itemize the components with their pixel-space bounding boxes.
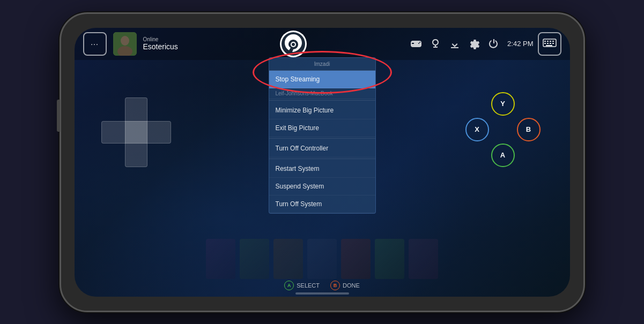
menu-item-exit[interactable]: Exit Big Picture	[269, 119, 375, 137]
svg-rect-16	[546, 45, 552, 46]
menu-item-suspend-system[interactable]: Suspend System	[269, 178, 375, 195]
svg-rect-14	[550, 43, 551, 44]
svg-rect-10	[550, 41, 551, 42]
done-action: B DONE	[330, 281, 360, 290]
svg-rect-12	[544, 43, 546, 44]
top-bar-right: 2:42 PM	[409, 32, 561, 56]
top-bar-center	[279, 30, 307, 58]
menu-header: Imzadi	[269, 58, 375, 71]
svg-rect-8	[544, 41, 546, 42]
top-bar-left: ··· Online Esotericus	[83, 32, 178, 56]
button-b[interactable]: B	[517, 118, 541, 141]
menu-item-device-name: Leif-Johnsons-MacBook	[269, 88, 375, 99]
button-a[interactable]: A	[491, 144, 515, 167]
dpad-center	[125, 121, 147, 144]
select-label: SELECT	[297, 282, 320, 289]
menu-item-turn-off-controller[interactable]: Turn Off Controller	[269, 140, 375, 157]
dpad[interactable]	[101, 97, 171, 167]
steam-logo	[279, 30, 307, 58]
b-button-indicator: B	[330, 281, 340, 290]
trophy-icon	[428, 36, 443, 51]
menu-divider-2	[269, 138, 375, 139]
user-name: Esotericus	[143, 42, 178, 51]
download-icon	[447, 36, 462, 51]
settings-icon	[467, 36, 482, 51]
menu-item-restart-system[interactable]: Restart System	[269, 160, 375, 178]
time-display: 2:42 PM	[507, 40, 533, 48]
controller-icon	[409, 36, 424, 51]
done-label: DONE	[343, 282, 360, 289]
svg-rect-15	[552, 43, 554, 44]
power-icon	[486, 36, 501, 51]
menu-divider-3	[269, 159, 375, 159]
steam-menu-overlay: Imzadi Stop Streaming Leif-Johnsons-MacB…	[269, 57, 376, 214]
phone-screen: ··· Online Esotericus	[75, 28, 570, 297]
game-library-background	[75, 238, 570, 281]
user-status: Online	[143, 36, 178, 42]
keyboard-button[interactable]	[538, 32, 561, 56]
svg-rect-11	[552, 41, 554, 42]
menu-item-turn-off-system[interactable]: Turn Off System	[269, 195, 375, 213]
phone-frame: ··· Online Esotericus	[60, 12, 585, 312]
select-action: A SELECT	[284, 281, 320, 290]
menu-button[interactable]: ···	[83, 32, 107, 56]
menu-divider-1	[269, 100, 375, 101]
menu-item-stop-streaming[interactable]: Stop Streaming	[269, 71, 375, 88]
svg-point-1	[121, 36, 129, 46]
menu-item-minimize[interactable]: Minimize Big Picture	[269, 102, 375, 119]
svg-rect-9	[547, 41, 549, 42]
home-indicator	[295, 292, 349, 295]
button-x[interactable]: X	[465, 118, 489, 141]
bottom-action-bar: A SELECT B DONE	[75, 281, 570, 290]
top-bar: ··· Online Esotericus	[75, 28, 570, 60]
user-info: Online Esotericus	[143, 36, 178, 51]
face-buttons: Y X B A	[465, 92, 541, 167]
user-avatar	[113, 32, 137, 56]
svg-rect-13	[547, 43, 549, 44]
svg-point-6	[292, 43, 295, 46]
a-button-indicator: A	[284, 281, 294, 290]
button-y[interactable]: Y	[491, 92, 515, 116]
